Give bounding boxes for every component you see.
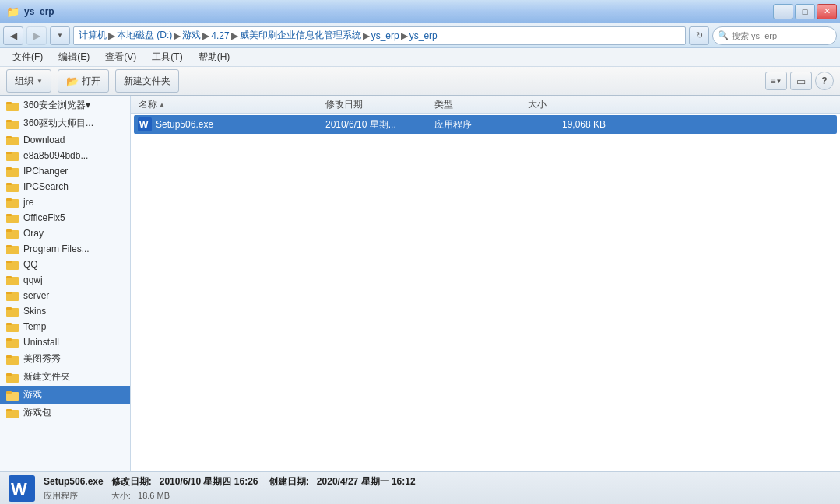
nav-item-newfolder[interactable]: 新建文件夹 xyxy=(0,368,130,386)
view-chevron-icon: ▼ xyxy=(776,78,782,85)
window-title: ys_erp xyxy=(24,6,54,17)
table-row[interactable]: W Setup506.exe 2010/6/10 星期... 应用程序 19,0… xyxy=(134,115,837,134)
nav-item-label: qqwj xyxy=(23,275,43,285)
path-drive-d[interactable]: 本地磁盘 (D:) xyxy=(117,29,172,42)
organize-chevron-icon: ▼ xyxy=(37,78,43,85)
nav-item-server[interactable]: server xyxy=(0,288,130,303)
refresh-button[interactable]: ↻ xyxy=(689,26,709,45)
address-path: 计算机 ▶ 本地磁盘 (D:) ▶ 游戏 ▶ 4.27 ▶ 威美印刷企业信息化管… xyxy=(73,26,686,45)
nav-item-skins[interactable]: Skins xyxy=(0,303,130,319)
preview-icon: ▭ xyxy=(796,75,806,87)
svg-text:W: W xyxy=(11,479,27,499)
nav-item-gamespack[interactable]: 游戏包 xyxy=(0,404,130,422)
svg-rect-15 xyxy=(6,214,12,216)
status-filename: Setup506.exe 修改日期: 2010/6/10 星期四 16:26 创… xyxy=(44,475,416,488)
nav-item-label: Download xyxy=(23,135,65,145)
col-header-type[interactable]: 类型 xyxy=(430,98,523,111)
svg-rect-27 xyxy=(6,307,12,310)
folder-icon xyxy=(6,408,19,418)
search-input[interactable] xyxy=(732,31,831,40)
path-yserp2[interactable]: ys_erp xyxy=(409,30,438,41)
col-header-date[interactable]: 修改日期 xyxy=(321,98,430,111)
folder-icon xyxy=(6,100,19,111)
file-size: 19,068 KB xyxy=(528,119,606,130)
nav-item-oray[interactable]: Oray xyxy=(0,226,130,241)
dropdown-button[interactable]: ▼ xyxy=(50,26,70,45)
title-buttons: ─ □ ✕ xyxy=(773,4,837,19)
menu-edit[interactable]: 编辑(E) xyxy=(52,49,96,65)
nav-item-label: e8a85094bdb... xyxy=(23,150,88,161)
minimize-button[interactable]: ─ xyxy=(773,4,793,19)
organize-button[interactable]: 组织 ▼ xyxy=(6,69,51,93)
col-header-size[interactable]: 大小 xyxy=(523,98,601,111)
path-yserp1[interactable]: ys_erp xyxy=(371,30,399,41)
preview-pane-button[interactable]: ▭ xyxy=(790,72,812,90)
menu-tools[interactable]: 工具(T) xyxy=(146,49,188,65)
nav-item-temp[interactable]: Temp xyxy=(0,319,130,334)
menu-help[interactable]: 帮助(H) xyxy=(192,49,237,65)
path-wm[interactable]: 威美印刷企业信息化管理系统 xyxy=(240,29,361,42)
status-filename-text: Setup506.exe xyxy=(44,476,104,487)
back-button[interactable]: ◀ xyxy=(3,26,23,45)
svg-rect-17 xyxy=(6,229,12,232)
nav-item-ipcsearch[interactable]: IPCSearch xyxy=(0,179,130,194)
nav-item-label: Program Files... xyxy=(23,243,90,254)
nav-item-ipchanger[interactable]: IPChanger xyxy=(0,163,130,179)
svg-rect-9 xyxy=(6,167,12,170)
menu-view[interactable]: 查看(V) xyxy=(99,49,142,65)
status-file-icon: W xyxy=(8,474,36,502)
restore-button[interactable]: □ xyxy=(795,4,815,19)
nav-item-uninstall[interactable]: Uninstall xyxy=(0,334,130,350)
organize-label: 组织 xyxy=(15,75,33,88)
nav-item-download[interactable]: Download xyxy=(0,132,130,148)
nav-item-360browser[interactable]: 360安全浏览器▾ xyxy=(0,96,130,114)
nav-item-meitu[interactable]: 美图秀秀 xyxy=(0,350,130,368)
svg-rect-23 xyxy=(6,276,12,278)
status-bar: W Setup506.exe 修改日期: 2010/6/10 星期四 16:26… xyxy=(0,471,840,504)
folder-icon xyxy=(6,150,19,161)
menu-file[interactable]: 文件(F) xyxy=(6,49,49,65)
svg-rect-25 xyxy=(6,292,12,294)
col-header-name[interactable]: 名称 ▲ xyxy=(134,98,321,111)
status-filetype: 应用程序 xyxy=(44,491,78,500)
status-size-label: 大小: xyxy=(111,491,131,500)
nav-item-label: jre xyxy=(23,197,33,208)
new-folder-label: 新建文件夹 xyxy=(124,75,170,88)
path-games[interactable]: 游戏 xyxy=(182,29,201,42)
folder-icon xyxy=(6,166,19,177)
path-computer[interactable]: 计算机 xyxy=(79,29,107,42)
new-folder-button[interactable]: 新建文件夹 xyxy=(115,69,179,93)
open-label: 打开 xyxy=(82,75,100,88)
nav-item-programfiles[interactable]: Program Files... xyxy=(0,241,130,257)
window-icon: 📁 xyxy=(6,5,19,18)
forward-button[interactable]: ▶ xyxy=(26,26,47,45)
help-button[interactable]: ? xyxy=(815,72,834,90)
nav-item-jre[interactable]: jre xyxy=(0,194,130,210)
nav-item-360driver[interactable]: 360驱动大师目... xyxy=(0,114,130,132)
path-4-27[interactable]: 4.27 xyxy=(211,30,229,41)
open-icon: 📂 xyxy=(66,75,79,87)
nav-item-e8a85094[interactable]: e8a85094bdb... xyxy=(0,148,130,163)
open-button[interactable]: 📂 打开 xyxy=(58,69,109,93)
toolbar: 组织 ▼ 📂 打开 新建文件夹 ≡ ▼ ▭ ? xyxy=(0,67,840,96)
nav-item-label: Oray xyxy=(23,228,44,239)
column-headers: 名称 ▲ 修改日期 类型 大小 xyxy=(131,96,840,114)
svg-rect-21 xyxy=(6,261,12,263)
folder-icon xyxy=(6,243,19,254)
nav-item-label: 新建文件夹 xyxy=(23,370,70,383)
status-size-value: 18.6 MB xyxy=(138,491,170,500)
nav-item-qq[interactable]: QQ xyxy=(0,257,130,272)
status-details: 应用程序 大小: 18.6 MB xyxy=(44,490,416,502)
toolbar-right: ≡ ▼ ▭ ? xyxy=(765,72,834,90)
nav-item-qqwj[interactable]: qqwj xyxy=(0,272,130,288)
sort-arrow-icon: ▲ xyxy=(159,101,165,108)
file-type: 应用程序 xyxy=(434,118,528,131)
close-button[interactable]: ✕ xyxy=(817,4,837,19)
view-toggle-button[interactable]: ≡ ▼ xyxy=(765,72,787,90)
nav-item-games[interactable]: 游戏 xyxy=(0,386,130,404)
svg-rect-1 xyxy=(6,102,12,104)
folder-icon xyxy=(6,290,19,301)
nav-item-officefix5[interactable]: OfficeFix5 xyxy=(0,210,130,226)
folder-icon xyxy=(6,372,19,383)
folder-icon xyxy=(6,337,19,348)
